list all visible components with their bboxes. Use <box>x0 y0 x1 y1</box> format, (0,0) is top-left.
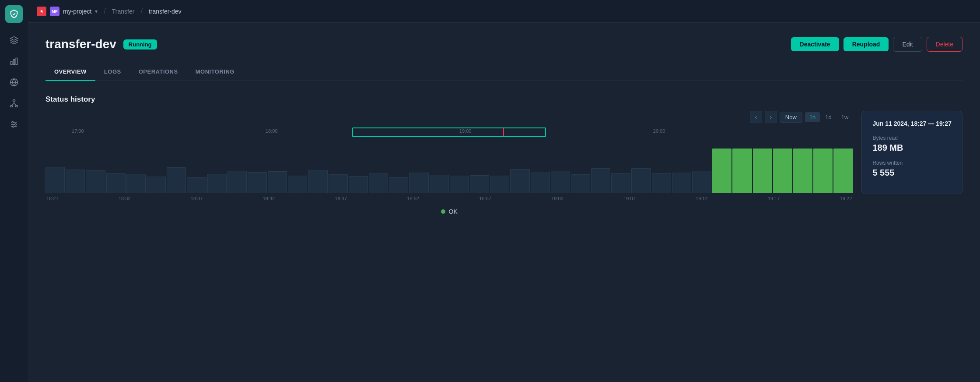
delete-button[interactable]: Delete <box>927 37 962 52</box>
bar-16 <box>369 173 388 193</box>
bar-18 <box>409 173 428 193</box>
bar-6 <box>167 167 186 193</box>
sidebar-item-network[interactable] <box>5 95 23 112</box>
bar-36 <box>773 149 792 193</box>
ok-text: OK <box>449 208 458 215</box>
bar-34 <box>732 149 752 193</box>
svg-point-15 <box>15 124 16 125</box>
page-header: transfer-dev Running Deactivate Reupload… <box>46 37 962 52</box>
bar-15 <box>349 176 368 193</box>
topbar: ★ MP my-project ▾ / Transfer / transfer-… <box>28 0 980 23</box>
nav-next-button[interactable]: › <box>765 111 777 123</box>
bar-14 <box>329 174 348 193</box>
project-selector[interactable]: ★ MP my-project ▾ <box>37 7 98 16</box>
bar-13 <box>308 170 327 193</box>
sidebar-item-layers[interactable] <box>5 32 23 49</box>
deactivate-button[interactable]: Deactivate <box>791 37 839 51</box>
chart-main: ‹ › Now 1h 1d 1w 17:00 <box>46 111 853 215</box>
bar-4 <box>126 174 146 193</box>
tab-operations[interactable]: OPERATIONS <box>130 64 187 81</box>
label-1907: 19:07 <box>623 196 636 201</box>
bar-35 <box>753 149 772 193</box>
network-icon <box>10 99 18 108</box>
sidebar-item-monitor[interactable] <box>5 74 23 91</box>
bar-30 <box>652 173 671 193</box>
stats-card: Jun 11 2024, 18:27 — 19:27 Bytes read 18… <box>861 111 962 194</box>
settings-icon <box>10 120 18 129</box>
bar-26 <box>571 174 590 193</box>
bar-20 <box>450 176 469 193</box>
breadcrumb-parent[interactable]: Transfer <box>112 8 135 15</box>
main-container: ★ MP my-project ▾ / Transfer / transfer-… <box>28 0 980 382</box>
label-1857: 18:57 <box>479 196 491 201</box>
bottom-labels: 18:27 18:32 18:37 18:42 18:47 18:52 18:5… <box>46 196 853 201</box>
range-1w-button[interactable]: 1w <box>837 112 853 122</box>
bytes-read-label: Bytes read <box>872 135 952 141</box>
bar-29 <box>631 168 651 193</box>
rows-written-label: Rows written <box>872 160 952 166</box>
reupload-button[interactable]: Reupload <box>844 37 889 51</box>
title-row: transfer-dev Running <box>46 37 157 51</box>
app-logo[interactable] <box>5 5 23 23</box>
stats-date: Jun 11 2024, 18:27 — 19:27 <box>872 120 952 127</box>
svg-rect-0 <box>11 61 12 65</box>
svg-line-9 <box>11 103 14 106</box>
bar-0 <box>46 167 65 193</box>
range-1h-button[interactable]: 1h <box>805 112 820 122</box>
selection-red-line <box>503 128 504 136</box>
project-name: my-project <box>63 8 91 15</box>
bar-8 <box>207 174 227 193</box>
project-icon: ★ <box>37 7 46 16</box>
bar-5 <box>147 177 166 193</box>
bar-27 <box>591 168 610 193</box>
edit-button[interactable]: Edit <box>893 37 922 52</box>
chart-wrapper: ‹ › Now 1h 1d 1w 17:00 <box>46 111 962 215</box>
bar-17 <box>389 177 408 193</box>
bar-38 <box>813 149 833 193</box>
time-nav: ‹ › Now 1h 1d 1w <box>750 111 853 123</box>
chart-icon <box>10 57 18 66</box>
timeline-ruler-inner: 17:00 18:00 19:00 20:00 <box>46 127 853 139</box>
tab-logs[interactable]: LOGS <box>95 64 130 81</box>
tab-bar: OVERVIEW LOGS OPERATIONS MONITORING <box>46 64 962 81</box>
svg-rect-1 <box>13 60 14 65</box>
label-1852: 18:52 <box>407 196 419 201</box>
label-1847: 18:47 <box>335 196 347 201</box>
sidebar-item-settings[interactable] <box>5 116 23 133</box>
selection-box <box>352 127 546 137</box>
project-chevron-icon: ▾ <box>95 8 98 14</box>
bar-22 <box>490 176 509 193</box>
ok-dot <box>441 209 445 214</box>
bar-21 <box>470 175 489 193</box>
bar-10 <box>248 172 267 193</box>
timeline-ruler: 17:00 18:00 19:00 20:00 <box>46 127 853 139</box>
now-button[interactable]: Now <box>780 112 802 123</box>
range-1d-button[interactable]: 1d <box>821 112 836 122</box>
label-1922: 19:22 <box>840 196 852 201</box>
sidebar <box>0 0 28 382</box>
ruler-tick-17: 17:00 <box>72 128 84 134</box>
breadcrumb-current: transfer-dev <box>149 8 182 15</box>
label-1842: 18:42 <box>263 196 275 201</box>
bar-12 <box>288 176 307 193</box>
label-1837: 18:37 <box>191 196 203 201</box>
project-initials: MP <box>50 7 60 16</box>
section-title: Status history <box>46 95 962 104</box>
action-buttons: Deactivate Reupload Edit Delete <box>791 37 962 52</box>
svg-rect-7 <box>15 106 18 107</box>
bar-1 <box>66 170 85 193</box>
sidebar-item-chart[interactable] <box>5 53 23 70</box>
bar-39 <box>833 149 853 193</box>
tab-monitoring[interactable]: MONITORING <box>187 64 243 81</box>
bar-25 <box>551 171 570 193</box>
nav-prev-button[interactable]: ‹ <box>750 111 762 123</box>
label-1827: 18:27 <box>46 196 59 201</box>
bar-19 <box>430 175 449 193</box>
tab-overview[interactable]: OVERVIEW <box>46 64 95 81</box>
label-1917: 19:17 <box>768 196 780 201</box>
monitor-icon <box>10 78 18 87</box>
layers-icon <box>10 36 18 45</box>
ok-indicator: OK <box>46 208 853 215</box>
breadcrumb-separator-2: / <box>140 7 142 15</box>
bar-33 <box>712 149 732 193</box>
